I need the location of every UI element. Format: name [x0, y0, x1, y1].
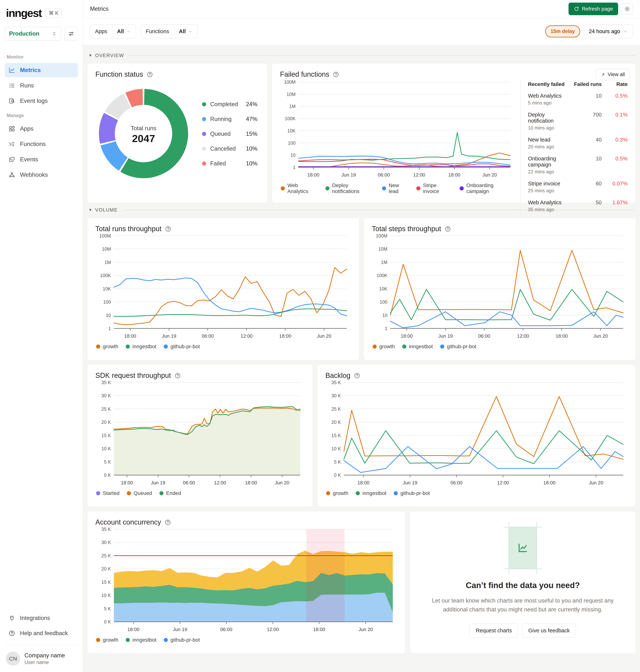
svg-text:Jun 20: Jun 20 — [359, 627, 373, 632]
settings-button[interactable] — [622, 3, 633, 15]
svg-text:15 K: 15 K — [332, 433, 341, 438]
svg-text:5 K: 5 K — [104, 459, 111, 464]
svg-text:18:00: 18:00 — [543, 480, 555, 485]
legend-item: Ended — [159, 490, 181, 496]
failed-runs-value: 700 — [570, 112, 602, 137]
failure-rate-value: 1.67% — [603, 200, 628, 218]
environment-filter-button[interactable] — [64, 27, 78, 41]
overview-section-toggle[interactable]: ▼ OVERVIEW — [88, 53, 635, 58]
collapse-triangle-icon: ▼ — [88, 208, 92, 212]
failed-functions-chart: 100M10M1M100K10K10010118:00Jun 1906:0012… — [280, 79, 515, 180]
svg-text:18:00: 18:00 — [313, 627, 325, 632]
plug-icon — [9, 615, 15, 621]
time-range-select[interactable]: 24 hours ago — [584, 25, 633, 38]
svg-text:Jun 19: Jun 19 — [151, 480, 165, 485]
failed-functions-legend: Web AnalyticsDeploy notificationsNew lea… — [280, 183, 515, 194]
legend-item: Queued15% — [202, 131, 258, 137]
sidebar-item-integrations[interactable]: Integrations — [5, 611, 78, 625]
svg-text:18:00: 18:00 — [279, 333, 291, 339]
svg-text:100M: 100M — [99, 233, 111, 238]
svg-text:10M: 10M — [287, 92, 295, 97]
svg-text:18:00: 18:00 — [556, 333, 568, 339]
svg-text:Total runs: Total runs — [131, 125, 157, 131]
svg-text:18:00: 18:00 — [127, 627, 140, 632]
svg-text:20 K: 20 K — [332, 419, 341, 425]
legend-item: github-pr-bot — [394, 490, 430, 496]
content: ▼ OVERVIEW Function status Total runs204… — [83, 45, 640, 672]
account-row[interactable]: CN Company name User name — [5, 650, 78, 667]
inngest-logo: inngest — [6, 7, 42, 19]
svg-text:5 K: 5 K — [104, 606, 111, 611]
account-concurrency-chart: 35 K30 K25 K20 K15 K10 K5 K0 K18:00Jun 1… — [96, 526, 397, 634]
svg-text:25 K: 25 K — [332, 406, 341, 412]
sidebar-item-metrics[interactable]: Metrics — [5, 63, 78, 77]
sidebar-item-help-and-feedback[interactable]: Help and feedback — [5, 626, 78, 640]
sdk-request-chart: 35 K30 K25 K20 K15 K10 K5 K0 K18:00Jun 1… — [96, 380, 305, 488]
svg-text:18:00: 18:00 — [401, 333, 412, 339]
table-row-function[interactable]: Onboarding campaign22 mins ago — [528, 156, 568, 181]
table-row-function[interactable]: Web Analytics35 mins ago — [528, 200, 568, 218]
failed-runs-value: 40 — [570, 137, 602, 156]
svg-text:10 K: 10 K — [101, 446, 111, 451]
request-charts-button[interactable]: Request charts — [470, 624, 518, 638]
legend-item: growth — [96, 637, 118, 643]
sidebar-item-webhooks[interactable]: Webhooks — [5, 168, 78, 182]
view-all-button[interactable]: View all — [596, 69, 629, 80]
svg-text:06:00: 06:00 — [220, 627, 232, 632]
legend-item: github-pr-bot — [440, 344, 476, 349]
environment-select[interactable]: Production — [5, 27, 61, 41]
refresh-icon — [574, 6, 579, 12]
failed-runs-value: 10 — [570, 156, 602, 181]
legend-item: Queued — [127, 490, 152, 496]
chevron-down-icon — [623, 29, 628, 34]
legend-item: Onboarding campaign — [460, 183, 515, 194]
table-row-function[interactable]: Deploy notification10 mins ago — [528, 112, 568, 137]
chart-line-icon — [9, 67, 15, 73]
functions-filter[interactable]: Functions All — [141, 25, 198, 38]
failed-runs-value: 50 — [570, 200, 602, 218]
list-icon — [9, 82, 15, 89]
refresh-page-button[interactable]: Refresh page — [568, 3, 618, 15]
function-list-icon — [9, 141, 15, 147]
failed-runs-value: 10 — [570, 93, 602, 112]
svg-text:06:00: 06:00 — [378, 172, 390, 177]
svg-text:18:00: 18:00 — [448, 172, 460, 177]
sliders-icon — [68, 31, 74, 37]
failed-runs-value: 60 — [570, 181, 602, 200]
svg-text:12:00: 12:00 — [497, 480, 509, 485]
chart-line-icon — [518, 543, 528, 553]
apps-filter[interactable]: Apps All — [90, 25, 136, 38]
legend-item: New lead — [382, 183, 409, 194]
feedback-body: Let our team know which charts are most … — [430, 596, 615, 614]
feedback-title: Can’t find the data you need? — [466, 581, 580, 590]
legend-item: inngestbot — [356, 490, 386, 496]
legend-item: inngestbot — [126, 344, 156, 349]
sidebar-item-functions[interactable]: Functions — [5, 137, 78, 151]
svg-text:100M: 100M — [376, 233, 388, 238]
backlog-card: Backlog 35 K30 K25 K20 K15 K10 K5 K0 K18… — [317, 364, 636, 507]
total-steps-throughput-card: Total steps throughput 100M10M1M100K10K1… — [364, 218, 636, 360]
environment-value: Production — [9, 30, 40, 37]
failure-rate-value: 0.07% — [603, 181, 628, 200]
svg-text:30 K: 30 K — [101, 393, 111, 398]
table-row-function[interactable]: Stripe invoice25 mins ago — [528, 181, 568, 200]
svg-text:Jun 19: Jun 19 — [438, 333, 453, 339]
sidebar-item-runs[interactable]: Runs — [5, 78, 78, 92]
table-row-function[interactable]: Web Analytics5 mins ago — [528, 93, 568, 112]
avatar: CN — [6, 652, 20, 666]
legend-item: Started — [96, 490, 119, 496]
svg-text:Jun 20: Jun 20 — [317, 333, 331, 339]
sidebar-item-events[interactable]: Events — [5, 152, 78, 167]
svg-text:10K: 10K — [379, 286, 388, 291]
table-row-function[interactable]: New lead20 mins ago — [528, 137, 568, 156]
function-status-legend: Completed24%Running47%Queued15%Cancelled… — [192, 101, 259, 167]
give-feedback-button[interactable]: Give us feedback — [522, 624, 576, 638]
legend-item: growth — [96, 344, 118, 349]
legend-item: Running47% — [202, 116, 258, 123]
legend-item: inngestbot — [126, 637, 156, 643]
command-k-shortcut[interactable]: ⌘ K — [46, 9, 62, 18]
chevron-down-icon — [188, 29, 193, 34]
sidebar-item-event-logs[interactable]: Event logs — [5, 94, 78, 108]
total-steps-chart: 100M10M1M100K10K10010118:00Jun 1906:0012… — [372, 233, 628, 341]
sidebar-item-apps[interactable]: Apps — [5, 121, 78, 136]
